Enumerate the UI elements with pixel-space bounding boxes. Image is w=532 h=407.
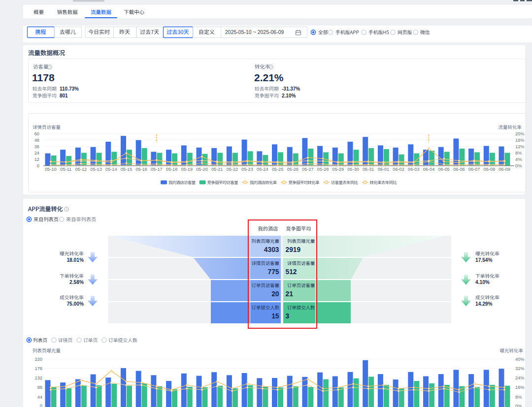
svg-text:801: 801 xyxy=(60,93,68,98)
svg-text:05-18: 05-18 xyxy=(166,167,178,172)
svg-text:24%: 24% xyxy=(515,376,525,380)
svg-text:06-02: 06-02 xyxy=(393,167,404,172)
svg-text:0%: 0% xyxy=(515,163,522,168)
svg-text:8%: 8% xyxy=(515,151,522,156)
svg-text:05-28: 05-28 xyxy=(317,167,329,172)
svg-text:20: 20 xyxy=(271,290,279,298)
svg-text:05-17: 05-17 xyxy=(151,167,163,172)
svg-text:06-03: 06-03 xyxy=(408,167,420,172)
svg-text:05-12: 05-12 xyxy=(75,167,87,172)
svg-text:2919: 2919 xyxy=(286,246,301,253)
svg-text:176: 176 xyxy=(34,366,42,371)
svg-text:36: 36 xyxy=(34,144,39,149)
svg-text:05-23: 05-23 xyxy=(241,167,253,172)
svg-text:21: 21 xyxy=(286,290,294,298)
svg-text:8%: 8% xyxy=(515,395,522,400)
svg-text:05-31: 05-31 xyxy=(363,167,374,172)
svg-text:132: 132 xyxy=(34,376,42,380)
svg-text:2025-05-10 ~ 2025-06-09: 2025-05-10 ~ 2025-06-09 xyxy=(225,29,284,35)
svg-text:05-10: 05-10 xyxy=(45,167,57,172)
svg-text:4303: 4303 xyxy=(264,246,279,253)
svg-text:2.10%: 2.10% xyxy=(282,93,296,98)
svg-text:?: ? xyxy=(49,65,51,69)
svg-text:06-05: 06-05 xyxy=(438,167,450,172)
svg-text:?: ? xyxy=(270,65,272,69)
svg-text:2.21%: 2.21% xyxy=(254,72,284,83)
svg-text:05-15: 05-15 xyxy=(121,167,133,172)
svg-text:88: 88 xyxy=(37,385,42,390)
svg-text:05-27: 05-27 xyxy=(302,167,314,172)
svg-text:05-29: 05-29 xyxy=(332,167,344,172)
svg-text:1178: 1178 xyxy=(32,72,55,83)
svg-text:18.01%: 18.01% xyxy=(66,257,84,263)
svg-text:06-08: 06-08 xyxy=(484,167,496,172)
svg-text:40%: 40% xyxy=(515,357,525,362)
svg-text:32%: 32% xyxy=(515,366,525,371)
svg-text:12: 12 xyxy=(34,157,39,162)
svg-text:05-16: 05-16 xyxy=(135,167,147,172)
svg-text:44: 44 xyxy=(37,395,42,400)
svg-text:06-09: 06-09 xyxy=(499,167,510,172)
svg-text:4%: 4% xyxy=(515,157,522,162)
svg-text:15: 15 xyxy=(271,313,279,320)
svg-text:0: 0 xyxy=(40,404,42,407)
svg-text:05-30: 05-30 xyxy=(347,167,359,172)
svg-text:775: 775 xyxy=(267,268,279,276)
svg-text:05-22: 05-22 xyxy=(227,167,238,172)
svg-text:-31.37%: -31.37% xyxy=(282,86,300,92)
svg-text:3: 3 xyxy=(286,313,290,320)
svg-text:06-06: 06-06 xyxy=(453,167,465,172)
svg-text:17.54%: 17.54% xyxy=(475,257,493,263)
svg-text:16%: 16% xyxy=(515,385,525,390)
svg-text:20%: 20% xyxy=(515,131,525,136)
svg-text:06-07: 06-07 xyxy=(468,167,480,172)
svg-text:05-26: 05-26 xyxy=(287,167,299,172)
svg-text:05-20: 05-20 xyxy=(196,167,208,172)
svg-text:05-21: 05-21 xyxy=(211,167,223,172)
svg-text:24: 24 xyxy=(34,151,39,156)
svg-text:0%: 0% xyxy=(515,404,522,407)
svg-text:4.10%: 4.10% xyxy=(475,280,490,285)
svg-text:05-11: 05-11 xyxy=(60,167,71,172)
svg-text:06-01: 06-01 xyxy=(378,167,390,172)
svg-text:110.73%: 110.73% xyxy=(60,86,79,92)
svg-text:220: 220 xyxy=(34,357,42,362)
svg-text:?: ? xyxy=(66,208,67,211)
svg-text:05-25: 05-25 xyxy=(272,167,284,172)
svg-text:75.00%: 75.00% xyxy=(66,301,84,307)
svg-text:16%: 16% xyxy=(515,138,525,143)
svg-text:12%: 12% xyxy=(515,144,525,149)
svg-text:2.58%: 2.58% xyxy=(69,280,84,285)
svg-text:0: 0 xyxy=(37,163,39,168)
svg-text:60: 60 xyxy=(34,131,39,136)
svg-text:05-19: 05-19 xyxy=(181,167,193,172)
svg-text:512: 512 xyxy=(286,268,297,276)
svg-text:06-04: 06-04 xyxy=(423,167,435,172)
svg-text:48: 48 xyxy=(34,138,39,143)
svg-text:05-24: 05-24 xyxy=(257,167,268,172)
svg-text:14.29%: 14.29% xyxy=(475,301,493,307)
svg-text:05-13: 05-13 xyxy=(90,167,102,172)
svg-text:05-14: 05-14 xyxy=(105,167,117,172)
